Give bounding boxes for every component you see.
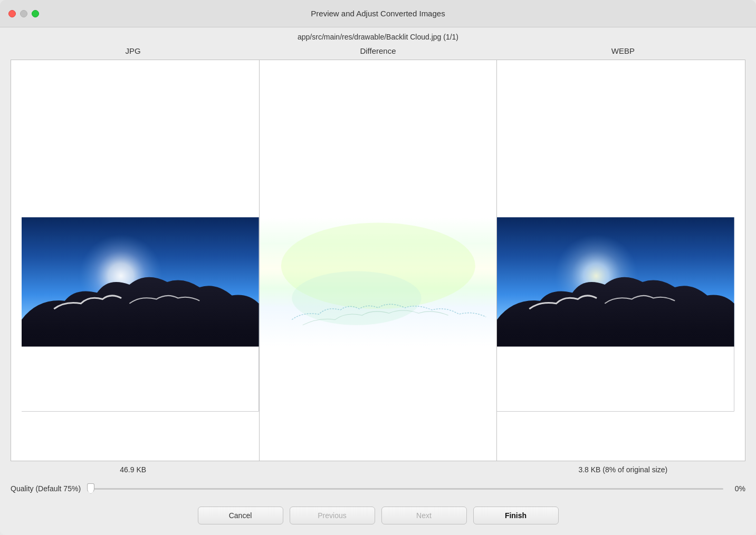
svg-rect-11 [497, 347, 734, 412]
difference-image [260, 60, 497, 461]
cancel-button[interactable]: Cancel [198, 507, 283, 524]
column-headers: JPG Difference WEBP [0, 44, 756, 57]
svg-rect-0 [22, 110, 259, 217]
webp-column-header: WEBP [501, 44, 745, 57]
quality-slider[interactable] [87, 488, 723, 490]
quality-label: Quality (Default 75%) [11, 484, 81, 493]
quality-row: Quality (Default 75%) 0% [0, 478, 756, 501]
window-title: Preview and Adjust Converted Images [311, 9, 445, 18]
button-row: Cancel Previous Next Finish [0, 501, 756, 535]
jpg-column-header: JPG [11, 44, 255, 57]
webp-file-size: 3.8 KB (8% of original size) [501, 465, 745, 474]
file-path: app/src/main/res/drawable/Backlit Cloud.… [0, 27, 756, 44]
svg-rect-3 [22, 347, 259, 412]
jpg-image [22, 60, 259, 461]
jpg-file-size: 46.9 KB [11, 465, 255, 474]
difference-column-header: Difference [255, 44, 500, 57]
difference-preview-panel [259, 60, 497, 461]
previous-button[interactable]: Previous [290, 507, 375, 524]
svg-rect-8 [497, 110, 734, 217]
traffic-lights [8, 10, 39, 17]
maximize-button[interactable] [32, 10, 39, 17]
main-window: Preview and Adjust Converted Images app/… [0, 0, 756, 535]
webp-preview-panel [496, 60, 734, 461]
title-bar: Preview and Adjust Converted Images [0, 0, 756, 27]
quality-percent: 0% [730, 484, 745, 493]
close-button[interactable] [8, 10, 16, 17]
webp-image [497, 60, 734, 461]
minimize-button[interactable] [20, 10, 27, 17]
quality-slider-container [87, 481, 723, 496]
preview-area [11, 60, 745, 461]
jpg-preview-panel [22, 60, 259, 461]
svg-point-7 [292, 271, 421, 325]
finish-button[interactable]: Finish [473, 507, 559, 524]
file-size-row: 46.9 KB 3.8 KB (8% of original size) [0, 461, 756, 478]
next-button[interactable]: Next [381, 507, 467, 524]
